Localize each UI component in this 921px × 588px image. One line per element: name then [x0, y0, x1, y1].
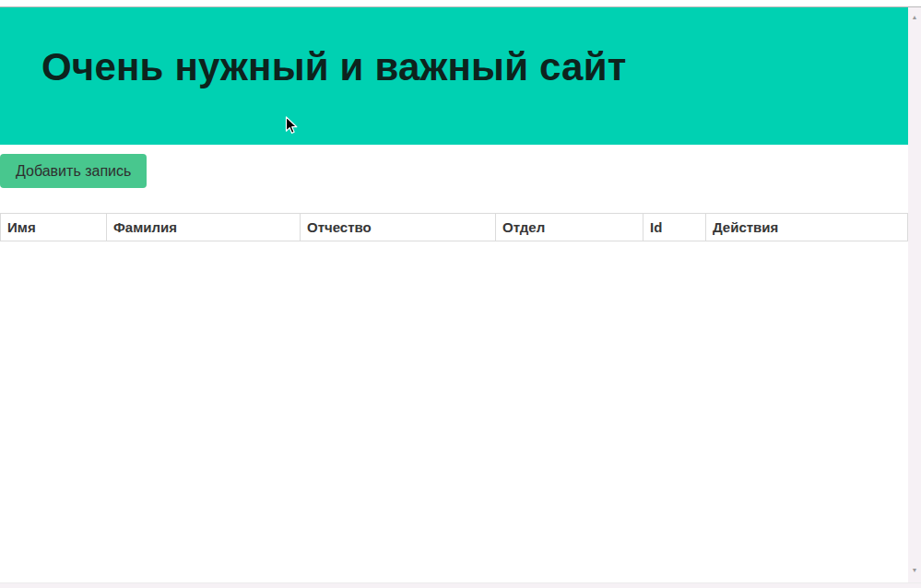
- column-header-patronymic: Отчество: [301, 214, 496, 241]
- down-arrow-icon: ▼: [912, 567, 918, 573]
- column-header-actions: Действия: [706, 214, 908, 241]
- column-header-name: Имя: [1, 214, 107, 241]
- table-header-row: Имя Фамилия Отчество Отдел Id Действия: [1, 214, 908, 241]
- page-title: Очень нужный и важный сайт: [0, 7, 908, 88]
- scroll-down-button[interactable]: ▼: [908, 563, 921, 576]
- column-header-id: Id: [644, 214, 706, 241]
- column-header-surname: Фамилия: [107, 214, 301, 241]
- up-arrow-icon: ▲: [912, 14, 918, 20]
- hero-banner: Очень нужный и важный сайт: [0, 7, 908, 145]
- vertical-scrollbar[interactable]: ▲ ▼: [908, 7, 921, 583]
- horizontal-scrollbar[interactable]: [0, 582, 921, 588]
- top-edge-strip: [0, 0, 921, 7]
- add-record-button[interactable]: Добавить запись: [0, 154, 147, 188]
- records-table-container: Имя Фамилия Отчество Отдел Id Действия: [0, 213, 908, 241]
- column-header-department: Отдел: [496, 214, 644, 241]
- records-table: Имя Фамилия Отчество Отдел Id Действия: [0, 213, 908, 241]
- scroll-up-button[interactable]: ▲: [908, 10, 921, 23]
